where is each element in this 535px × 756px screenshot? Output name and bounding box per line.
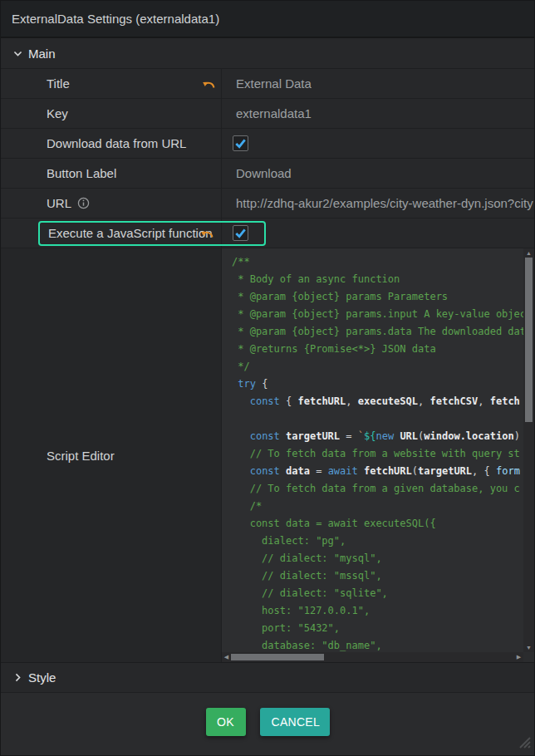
code-line: // dialect: "mssql",	[232, 567, 523, 585]
url-value[interactable]: http://zdhq-akur2/examples/city-weather-…	[236, 196, 533, 210]
button-row: OK CANCEL	[206, 708, 330, 736]
row-title-label: Title	[47, 76, 70, 91]
section-header-main[interactable]: Main	[1, 38, 534, 68]
editor-vertical-scrollbar[interactable]: ▲ ▼	[523, 248, 534, 652]
row-url-labelcell: URL	[1, 189, 222, 218]
code-line: const data = await executeSQL({	[232, 515, 523, 533]
row-key: Key externaldata1	[1, 98, 534, 128]
row-buttonlabel-valuecell[interactable]: Download	[222, 159, 534, 188]
row-key-valuecell[interactable]: externaldata1	[222, 99, 534, 128]
scroll-left-arrow-icon[interactable]: ◀	[222, 652, 231, 662]
code-line: const data = await fetchURL(targetURL, {…	[232, 463, 523, 480]
section-label-main: Main	[28, 47, 56, 61]
row-script-editor: Script Editor /** * Body of an async fun…	[1, 248, 534, 662]
row-key-labelcell: Key	[1, 99, 222, 128]
dialog-footer: OK CANCEL	[1, 692, 534, 755]
code-line: /**	[232, 253, 523, 271]
title-value[interactable]: External Data	[236, 76, 312, 91]
section-label-style: Style	[28, 670, 56, 685]
dialog-title: ExternalData Settings (externaldata1)	[12, 12, 219, 26]
row-execjs-label: Execute a JavaScript function	[48, 226, 213, 240]
row-title: Title External Data	[1, 68, 534, 98]
button-label-value[interactable]: Download	[236, 166, 292, 180]
code-line	[232, 410, 523, 428]
code-line: port: "5432",	[232, 620, 523, 637]
row-url: URL http://zdhq-akur2/examples/city-weat…	[1, 188, 534, 218]
code-line: * @param {object} params.input A key-val…	[232, 306, 523, 323]
row-url-valuecell[interactable]: http://zdhq-akur2/examples/city-weather-…	[222, 189, 534, 218]
scrollbar-corner	[523, 652, 534, 662]
scroll-up-arrow-icon[interactable]: ▲	[523, 248, 534, 258]
resize-grip-icon[interactable]	[515, 733, 532, 753]
ok-button[interactable]: OK	[206, 708, 246, 736]
code-line: * @returns {Promise<*>} JSON data	[232, 341, 523, 358]
code-line: host: "127.0.0.1",	[232, 602, 523, 620]
code-line: database: "db_name",	[232, 637, 523, 652]
cancel-button[interactable]: CANCEL	[260, 708, 330, 736]
row-url-label: URL	[47, 196, 71, 210]
row-buttonlabel-label: Button Label	[47, 166, 116, 180]
key-value[interactable]: externaldata1	[236, 106, 312, 120]
code-line: * @param {object} params Parameters	[232, 288, 523, 306]
undo-icon[interactable]	[200, 228, 214, 238]
row-execjs-valuecell	[222, 218, 534, 248]
vertical-scroll-thumb[interactable]	[525, 258, 533, 422]
download-from-url-checkbox[interactable]	[233, 135, 248, 151]
row-script-label: Script Editor	[47, 449, 115, 463]
execute-js-checkbox[interactable]	[233, 225, 248, 241]
code-line: */	[232, 358, 523, 376]
section-header-style[interactable]: Style	[1, 662, 534, 692]
externaldata-settings-dialog: ExternalData Settings (externaldata1) Ma…	[0, 0, 535, 756]
row-script-labelcell: Script Editor	[1, 248, 222, 662]
code-line: dialect: "pg",	[232, 533, 523, 550]
code-lines[interactable]: /** * Body of an async function * @param…	[222, 248, 523, 652]
script-editor[interactable]: /** * Body of an async function * @param…	[222, 248, 534, 662]
code-line: // dialect: "mysql",	[232, 550, 523, 567]
code-line: // To fetch data from a given database, …	[232, 480, 523, 498]
row-button-label: Button Label Download	[1, 158, 534, 188]
row-key-label: Key	[47, 106, 68, 120]
chevron-down-icon	[11, 47, 24, 60]
row-execute-js: Execute a JavaScript function	[1, 218, 534, 248]
editor-horizontal-scrollbar[interactable]: ◀ ▶	[222, 652, 523, 662]
code-line: // To fetch data from a website with que…	[232, 445, 523, 463]
row-download-labelcell: Download data from URL	[1, 129, 222, 158]
code-line: const targetURL = `${new URL(window.loca…	[232, 428, 523, 445]
code-line: try {	[232, 376, 523, 393]
code-line: /*	[232, 498, 523, 515]
horizontal-scroll-thumb[interactable]	[231, 654, 324, 660]
row-execjs-labelcell: Execute a JavaScript function	[1, 218, 222, 248]
row-title-labelcell: Title	[1, 69, 222, 98]
undo-icon[interactable]	[202, 78, 216, 89]
chevron-right-icon	[11, 671, 24, 685]
row-download-from-url: Download data from URL	[1, 128, 534, 158]
row-buttonlabel-labelcell: Button Label	[1, 159, 222, 188]
scroll-down-arrow-icon[interactable]: ▼	[523, 643, 534, 652]
code-line: * Body of an async function	[232, 271, 523, 288]
code-line: const { fetchURL, executeSQL, fetchCSV, …	[232, 393, 523, 410]
row-title-valuecell[interactable]: External Data	[222, 69, 534, 98]
code-line: * @param {object} params.data The downlo…	[232, 323, 523, 341]
info-icon[interactable]	[77, 197, 90, 209]
row-download-valuecell	[222, 129, 534, 158]
scroll-right-arrow-icon[interactable]: ▶	[514, 652, 523, 662]
dialog-titlebar[interactable]: ExternalData Settings (externaldata1)	[1, 1, 534, 37]
code-line: // dialect: "sqlite",	[232, 585, 523, 602]
row-download-label: Download data from URL	[47, 136, 186, 150]
